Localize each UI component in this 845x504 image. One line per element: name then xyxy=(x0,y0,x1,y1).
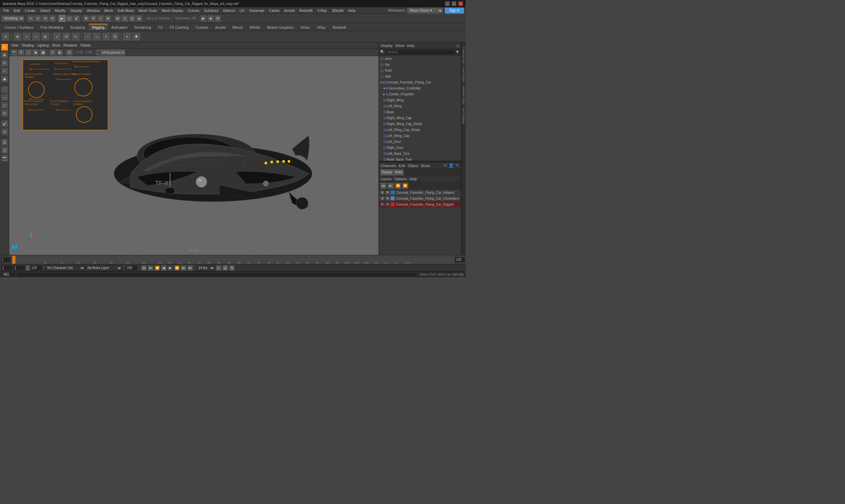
tree-item-left-door[interactable]: ⊡ Left_Door xyxy=(379,139,461,145)
channel-box-vtab[interactable]: Channel Box / Layer Editor xyxy=(461,46,466,84)
frame-current-input[interactable] xyxy=(14,265,25,271)
paint-select-btn[interactable]: 🖌 xyxy=(1,120,8,127)
scale-mode-btn[interactable]: ⤢ xyxy=(1,67,8,75)
tab-rendering[interactable]: Rendering xyxy=(131,24,155,30)
menu-redshift[interactable]: Redshift xyxy=(297,8,314,13)
shelf-icon-menu[interactable]: ≡ xyxy=(1,32,10,41)
vp-isolate-btn[interactable]: ⊡ xyxy=(66,49,73,56)
attribute-editor-vtab[interactable]: Attribute Editor xyxy=(461,84,466,106)
context-dropdown[interactable]: Modeling xyxy=(1,15,24,22)
menu-create[interactable]: Create xyxy=(23,8,38,13)
rig-wheels-rot-circle[interactable] xyxy=(74,78,92,96)
tab-sculpting[interactable]: Sculpting xyxy=(67,24,88,30)
vp-menu-shading[interactable]: Shading xyxy=(22,43,34,47)
camera-item-top[interactable]: 🎥 top xyxy=(379,61,461,67)
rotate-mode-btn[interactable]: ↻ xyxy=(1,59,8,67)
new-layer-btn[interactable]: ⏮ xyxy=(380,182,387,189)
tree-item-secondary-ctrl[interactable]: ▾ ⊞ Secondary_Controller xyxy=(379,85,461,91)
tab-redshift[interactable]: Redshift xyxy=(329,24,349,30)
menu-modify[interactable]: Modify xyxy=(53,8,67,13)
shelf-circle[interactable]: ○ xyxy=(92,32,101,41)
sign-in-button[interactable]: Sign In xyxy=(444,7,464,14)
vp-menu-lighting[interactable]: Lighting xyxy=(37,43,49,47)
outliner-pin-btn[interactable]: ◁ xyxy=(456,43,459,48)
select-mode-btn[interactable]: ↖ xyxy=(1,43,8,51)
outliner-search-input[interactable] xyxy=(386,50,455,55)
paint-btn[interactable]: 🖌 xyxy=(73,15,80,22)
play-fwd-btn[interactable]: ▶ xyxy=(168,265,173,271)
tree-item-right-wing[interactable]: ⊡ Right_Wing xyxy=(379,97,461,103)
vp-smooth-btn[interactable]: ◉ xyxy=(32,49,39,56)
layer-prev-btn[interactable]: ⏪ xyxy=(394,182,401,189)
prev-key-btn[interactable]: ⏭ xyxy=(147,265,154,271)
command-input[interactable] xyxy=(17,272,416,277)
vp-menu-view[interactable]: View xyxy=(11,43,18,47)
goto-end-btn[interactable]: ⏭ xyxy=(187,265,193,271)
rig-back-prop-line[interactable] xyxy=(31,99,44,100)
shelf-plus[interactable]: + xyxy=(123,32,131,41)
component-uv-btn[interactable]: ⊡ xyxy=(1,110,8,117)
shelf-spline-ik[interactable]: ⌁ xyxy=(32,32,40,41)
vp-wireframe-btn[interactable]: □ xyxy=(25,49,32,56)
render-cam-btn[interactable]: 📷 xyxy=(1,155,8,162)
audio-btn[interactable]: 🔊 xyxy=(222,265,228,271)
tab-motion-graphics[interactable]: Motion Graphics xyxy=(264,24,297,30)
rig-steering-line[interactable] xyxy=(76,67,89,67)
next-key-btn[interactable]: ⏭ xyxy=(181,265,187,271)
anim-prefs-btn[interactable]: ⚙ xyxy=(229,265,235,271)
lasso-btn[interactable]: ⬡ xyxy=(66,15,73,22)
outliner-search-options[interactable]: ▼ xyxy=(455,50,460,54)
snap-grid-btn[interactable]: ⊞ xyxy=(114,15,121,22)
move-mode-btn[interactable]: ✥ xyxy=(1,52,8,59)
cb-anim-tab[interactable]: Anim xyxy=(393,169,404,176)
tree-item-center-prop[interactable]: ▸ ⊡ Center_Propeller xyxy=(379,91,461,97)
channels-object-menu[interactable]: Object xyxy=(407,164,418,168)
menu-mesh-tools[interactable]: Mesh Tools xyxy=(137,8,159,13)
shelf-bind-skin[interactable]: ⊗ xyxy=(41,32,50,41)
character-set-dropdown[interactable]: No Character Set xyxy=(46,265,85,271)
menu-uv[interactable]: UV xyxy=(238,8,247,13)
layer-next-btn[interactable]: ⏩ xyxy=(402,182,408,189)
tab-fx-caching[interactable]: FX Caching xyxy=(166,24,192,30)
tab-fx[interactable]: FX xyxy=(155,24,166,30)
fps-dropdown[interactable]: 24 fps xyxy=(197,265,215,271)
menu-deform[interactable]: Deform xyxy=(221,8,237,13)
render-preview-btn[interactable]: ▶ xyxy=(200,15,207,22)
anim-layer-dropdown[interactable]: No Anim Layer xyxy=(86,265,122,271)
soft-select-btn[interactable]: ◉ xyxy=(1,75,8,83)
tab-curves-surfaces[interactable]: Curves / Surfaces xyxy=(1,24,37,30)
timeline-range-end[interactable] xyxy=(455,257,465,263)
tree-item-right-wing-cap-detail[interactable]: ⊡ Right_Wing_Cap_Detail xyxy=(379,121,461,127)
layer-back-btn[interactable]: ⏭ xyxy=(387,182,394,189)
shelf-ik-tool[interactable]: ⌁ xyxy=(22,32,31,41)
tree-item-right-back-tyre[interactable]: ⊡ Right_Back_Tyre xyxy=(379,157,461,161)
channel-btn2[interactable]: 👤 xyxy=(448,163,454,168)
snap-surface-btn[interactable]: ◈ xyxy=(136,15,143,22)
tab-vray[interactable]: VRay xyxy=(313,24,329,30)
frame-start-input[interactable] xyxy=(1,265,13,271)
vp-menu-renderer[interactable]: Renderer xyxy=(64,43,77,47)
goto-start-btn[interactable]: ⏮ xyxy=(141,265,147,271)
menu-arnold[interactable]: Arnold xyxy=(282,8,297,13)
component-edge-btn[interactable]: — xyxy=(1,94,8,101)
tree-item-left-wing-cap-detail[interactable]: ⊡ Left_Wing_Cap_Detail xyxy=(379,127,461,133)
camera-item-side[interactable]: 🎥 side xyxy=(379,73,461,79)
shelf-curve[interactable]: ~ xyxy=(83,32,92,41)
menu-mesh[interactable]: Mesh xyxy=(102,8,115,13)
snap-point-btn[interactable]: ⊡ xyxy=(129,15,135,22)
menu-cache[interactable]: Cache xyxy=(267,8,282,13)
toolbar-btn-1[interactable]: ↩ xyxy=(28,15,34,22)
channel-btn1[interactable]: ⟲ xyxy=(443,163,447,168)
vp-menu-show[interactable]: Show xyxy=(52,43,60,47)
toolbar-btn-redo[interactable]: ⟳ xyxy=(49,15,56,22)
rig-right-door-line[interactable] xyxy=(56,69,71,69)
timeline-ruler[interactable]: 1 10 15 20 25 30 35 40 45 48 51 54 57 60… xyxy=(11,255,454,264)
tree-item-left-wing[interactable]: ⊡ Left_Wing xyxy=(379,103,461,109)
prev-frame-btn[interactable]: ⏪ xyxy=(154,265,160,271)
tab-xgen[interactable]: XGen xyxy=(297,24,313,30)
tree-item-left-back-tyre[interactable]: ⊡ Left_Back_Tyre xyxy=(379,150,461,157)
tree-item-right-wing-cap[interactable]: ⊡ Right_Wing_Cap xyxy=(379,115,461,121)
rig-front-prop-rot-circle[interactable] xyxy=(76,106,92,123)
render-stop-btn[interactable]: ■ xyxy=(207,15,214,22)
layer-item-controllers[interactable]: V P Concept_Futuristic_Flying_Car_Contro… xyxy=(379,195,461,201)
